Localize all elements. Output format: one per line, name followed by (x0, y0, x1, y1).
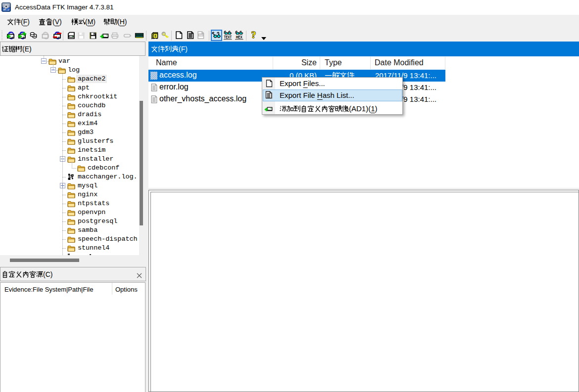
svg-text:HEX: HEX (236, 35, 242, 40)
svg-text:TEXT: TEXT (224, 35, 232, 40)
svg-text:?: ? (251, 31, 256, 40)
svg-text:DIR: DIR (199, 34, 203, 36)
